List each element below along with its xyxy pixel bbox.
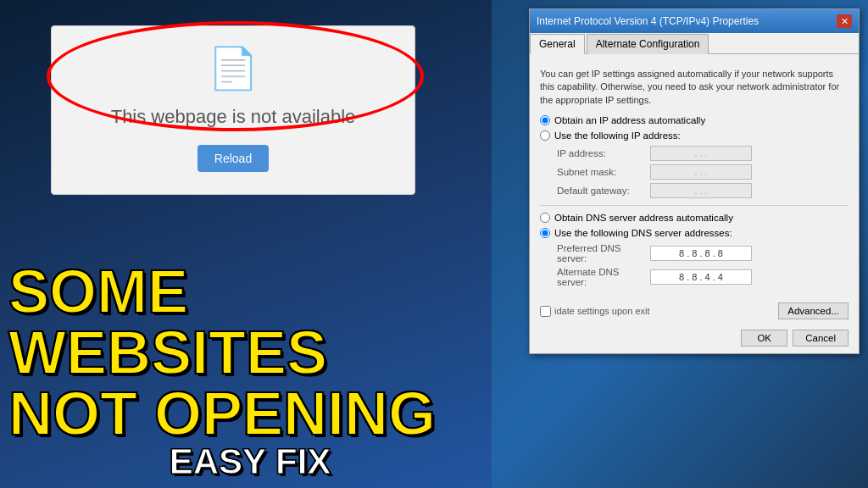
ip-address-label: IP address: bbox=[557, 148, 650, 158]
overlay-line2: WEBSITES bbox=[8, 322, 492, 383]
ip-address-input[interactable] bbox=[650, 146, 752, 161]
dialog-body: You can get IP settings assigned automat… bbox=[530, 61, 859, 297]
validate-text: idate settings upon exit bbox=[554, 306, 650, 316]
alternate-dns-label: Alternate DNS server: bbox=[557, 267, 650, 287]
obtain-ip-auto-radio[interactable] bbox=[540, 115, 550, 125]
subnet-mask-label: Subnet mask: bbox=[557, 167, 650, 177]
obtain-dns-auto-row: Obtain DNS server address automatically bbox=[540, 213, 849, 223]
subnet-mask-row: Subnet mask: bbox=[540, 164, 849, 180]
file-icon: 📄 bbox=[208, 48, 259, 89]
use-following-dns-label: Use the following DNS server addresses: bbox=[554, 228, 732, 238]
obtain-dns-auto-label: Obtain DNS server address automatically bbox=[554, 213, 733, 223]
dialog-titlebar: Internet Protocol Version 4 (TCP/IPv4) P… bbox=[530, 9, 859, 33]
reload-button[interactable]: Reload bbox=[198, 145, 269, 172]
obtain-dns-auto-radio[interactable] bbox=[540, 213, 550, 223]
preferred-dns-row: Preferred DNS server: bbox=[540, 243, 849, 263]
dns-section: Obtain DNS server address automatically … bbox=[540, 213, 849, 287]
overlay-line4: EASY FIX bbox=[8, 444, 492, 480]
validate-checkbox[interactable] bbox=[540, 306, 551, 317]
ip-address-row: IP address: bbox=[540, 146, 849, 161]
subnet-mask-input[interactable] bbox=[650, 164, 752, 180]
advanced-button[interactable]: Advanced... bbox=[778, 302, 849, 319]
browser-error-mockup: 📄 This webpage is not available Reload bbox=[51, 25, 415, 195]
validate-row: idate settings upon exit bbox=[540, 306, 650, 317]
obtain-ip-auto-label: Obtain an IP address automatically bbox=[554, 115, 705, 125]
use-following-ip-label: Use the following IP address: bbox=[554, 130, 681, 141]
overlay-line3: NOT OPENING bbox=[8, 383, 492, 444]
ok-button[interactable]: OK bbox=[741, 330, 787, 347]
dialog-title: Internet Protocol Version 4 (TCP/IPv4) P… bbox=[537, 15, 759, 27]
overlay-text: SOME WEBSITES NOT OPENING EASY FIX bbox=[8, 261, 492, 480]
use-following-dns-radio[interactable] bbox=[540, 228, 550, 238]
default-gateway-input[interactable] bbox=[650, 183, 752, 198]
close-button[interactable]: ✕ bbox=[837, 14, 852, 28]
info-text: You can get IP settings assigned automat… bbox=[540, 68, 849, 107]
dialog-tabs: General Alternate Configuration bbox=[530, 33, 859, 54]
left-panel: 📄 This webpage is not available Reload S… bbox=[0, 0, 492, 488]
divider bbox=[540, 205, 849, 206]
dialog-footer: idate settings upon exit Advanced... bbox=[530, 297, 859, 326]
ipv4-properties-dialog: Internet Protocol Version 4 (TCP/IPv4) P… bbox=[529, 8, 860, 354]
use-following-ip-radio[interactable] bbox=[540, 130, 550, 141]
cancel-button[interactable]: Cancel bbox=[793, 330, 849, 347]
ok-cancel-row: OK Cancel bbox=[530, 326, 859, 353]
error-message: This webpage is not available bbox=[111, 106, 356, 128]
preferred-dns-input[interactable] bbox=[650, 246, 752, 261]
use-following-dns-row: Use the following DNS server addresses: bbox=[540, 228, 849, 238]
default-gateway-label: Default gateway: bbox=[557, 186, 650, 196]
obtain-ip-auto-row: Obtain an IP address automatically bbox=[540, 115, 849, 125]
overlay-line1: SOME bbox=[8, 261, 492, 322]
alternate-dns-input[interactable] bbox=[650, 269, 752, 285]
tab-general[interactable]: General bbox=[530, 34, 585, 54]
use-following-ip-row: Use the following IP address: bbox=[540, 130, 849, 141]
alternate-dns-row: Alternate DNS server: bbox=[540, 267, 849, 287]
preferred-dns-label: Preferred DNS server: bbox=[557, 243, 650, 263]
default-gateway-row: Default gateway: bbox=[540, 183, 849, 198]
tab-alternate-configuration[interactable]: Alternate Configuration bbox=[587, 34, 709, 54]
